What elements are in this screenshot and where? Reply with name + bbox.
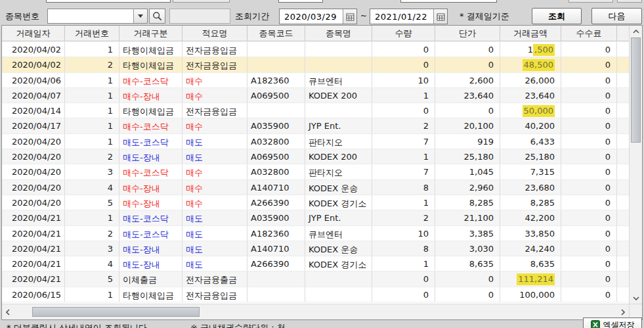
date-from-calendar-button[interactable] <box>343 9 356 24</box>
cell-amount: 23,640 <box>500 88 561 103</box>
column-header-amount: 거래금액 <box>500 26 561 41</box>
table-row[interactable]: 2020/04/214매도-장내매도A266390KODEX 경기소18,635… <box>2 256 629 271</box>
scroll-left-button[interactable] <box>2 304 14 319</box>
next-button[interactable]: 다음 <box>591 8 642 24</box>
cell-filler <box>617 164 629 179</box>
combo-dropdown-button[interactable] <box>133 9 147 23</box>
cell-amount: 8,285 <box>500 195 561 210</box>
cell-filler <box>617 118 629 133</box>
cell-no: 2 <box>65 226 119 241</box>
cell-filler <box>617 103 629 118</box>
cell-code: A140710 <box>247 180 305 195</box>
cell-no: 4 <box>65 180 119 195</box>
stock-number-combo[interactable] <box>47 9 148 24</box>
cell-price: 0 <box>435 57 500 72</box>
inquire-button[interactable]: 조회 <box>532 8 582 24</box>
cell-price: 1,045 <box>435 164 500 179</box>
cell-desc: 매수 <box>182 73 247 87</box>
clipped-field <box>46 0 171 3</box>
chevron-up-icon <box>633 30 639 34</box>
column-header-no: 거래번호 <box>65 26 119 41</box>
cell-name: JYP Ent. <box>305 210 372 225</box>
cell-no: 4 <box>65 256 119 271</box>
highlight-marker: 48,500 <box>523 59 555 71</box>
date-to-field[interactable]: 2021/01/22 <box>370 9 448 24</box>
stock-name-field[interactable] <box>169 9 230 24</box>
cell-name: KODEX 운송 <box>305 180 372 195</box>
cell-name <box>305 287 372 302</box>
cell-price: 2,600 <box>435 73 500 87</box>
cell-qty: 1 <box>372 149 435 164</box>
cell-qty: 1 <box>372 88 435 103</box>
cell-type: 매도-코스닥 <box>119 226 182 241</box>
cell-date: 2020/04/02 <box>2 57 65 72</box>
table-row[interactable]: 2020/06/151타행이체입금전자금융입금00100,0000 <box>2 287 629 302</box>
excel-icon <box>591 320 600 328</box>
table-row[interactable]: 2020/04/203매수-코스닥매수A032800판타지오71,0457,31… <box>2 164 629 179</box>
transaction-table: 거래일자거래번호거래구분적요명종목코드종목명수량단가거래금액수수료 2020/0… <box>1 25 643 320</box>
excel-save-label: 엑셀저장 <box>603 319 635 328</box>
cell-fee: 0 <box>561 103 617 118</box>
cell-price: 23,640 <box>435 88 500 103</box>
cell-desc: 매수 <box>182 88 247 103</box>
cell-name: KODEX 운송 <box>305 241 372 256</box>
table-row[interactable]: 2020/04/204매수-장내매수A140710KODEX 운송82,9602… <box>2 180 629 195</box>
cell-amount: 23,680 <box>500 180 561 195</box>
scroll-down-button[interactable] <box>630 293 642 304</box>
table-header: 거래일자거래번호거래구분적요명종목코드종목명수량단가거래금액수수료 <box>2 26 629 41</box>
table-row[interactable]: 2020/04/061매수-코스닥매수A182360큐브엔터102,60026,… <box>2 73 629 88</box>
table-row[interactable]: 2020/04/171매수-코스닥매수A035900JYP Ent.220,10… <box>2 118 629 133</box>
horizontal-scrollbar[interactable] <box>2 304 629 319</box>
table-row[interactable]: 2020/04/211매도-코스닥매도A035900JYP Ent.221,10… <box>2 210 629 225</box>
cell-type: 매수-장내 <box>119 180 182 195</box>
table-row[interactable]: 2020/04/201매도-코스닥매도A032800판타지오79196,4330 <box>2 134 629 149</box>
table-row[interactable]: 2020/04/071매수-장내매수A069500KODEX 200123,64… <box>2 88 629 103</box>
vertical-scroll-thumb[interactable] <box>631 37 641 143</box>
clipped-field <box>278 0 323 3</box>
horizontal-scroll-thumb[interactable] <box>32 307 200 317</box>
cell-desc: 전자금융출금 <box>182 271 247 286</box>
cell-type: 타행이체입금 <box>119 42 182 57</box>
cell-qty: 0 <box>372 287 435 302</box>
date-to-calendar-button[interactable] <box>433 9 447 24</box>
cell-no: 3 <box>65 241 119 256</box>
bond-unit-note: ※ 국내채권수량단위 : 천 <box>190 322 286 328</box>
cell-code: A182360 <box>247 226 305 241</box>
table-row[interactable]: 2020/04/205매수-장내매수A266390KODEX 경기소18,285… <box>2 195 629 210</box>
stock-search-button[interactable] <box>149 9 165 24</box>
table-row[interactable]: 2020/04/141타행이체입금전자금융입금0050,0000 <box>2 103 629 118</box>
cell-filler <box>617 256 629 271</box>
table-row[interactable]: 2020/04/202매도-장내매도A069500KODEX 200125,18… <box>2 149 629 164</box>
cell-type: 매도-장내 <box>119 256 182 271</box>
excel-save-button[interactable]: 엑셀저장 <box>583 317 642 328</box>
clipped-field <box>617 0 642 3</box>
cell-fee: 0 <box>561 195 617 210</box>
cell-no: 1 <box>65 210 119 225</box>
clipped-field <box>173 0 230 3</box>
date-from-field[interactable]: 2020/03/29 <box>279 9 357 24</box>
cell-type: 매도-코스닥 <box>119 134 182 149</box>
cell-name: KODEX 200 <box>305 88 372 103</box>
table-row[interactable]: 2020/04/021타행이체입금전자금융입금001,5000 <box>2 42 629 57</box>
cell-qty: 7 <box>372 134 435 149</box>
cell-qty: 8 <box>372 180 435 195</box>
clipped-field <box>400 0 497 3</box>
cell-no: 5 <box>65 195 119 210</box>
cell-code <box>247 42 305 57</box>
cell-filler <box>617 226 629 241</box>
highlight-marker: 111,214 <box>517 273 555 285</box>
table-row[interactable]: 2020/04/213매도-장내매도A140710KODEX 운송83,0302… <box>2 241 629 256</box>
cell-desc: 매수 <box>182 195 247 210</box>
cell-type: 매도-장내 <box>119 241 182 256</box>
scroll-up-button[interactable] <box>630 26 642 37</box>
table-row[interactable]: 2020/04/212매도-코스닥매도A182360큐브엔터103,38533,… <box>2 226 629 241</box>
cell-desc: 전자금융입금 <box>182 103 247 118</box>
cell-filler <box>617 241 629 256</box>
cell-price: 0 <box>435 42 500 57</box>
table-row[interactable]: 2020/04/215이체출금전자금융출금00111,2140 <box>2 271 629 287</box>
search-toolbar: 종목번호 조회기간 2020/03/29 <box>0 3 644 25</box>
vertical-scrollbar[interactable] <box>629 26 642 304</box>
table-row[interactable]: 2020/04/022타행이체입금전자금융입금0048,5000 <box>2 57 629 72</box>
cell-amount: 50,000 <box>500 103 561 118</box>
calendar-icon <box>437 12 445 21</box>
